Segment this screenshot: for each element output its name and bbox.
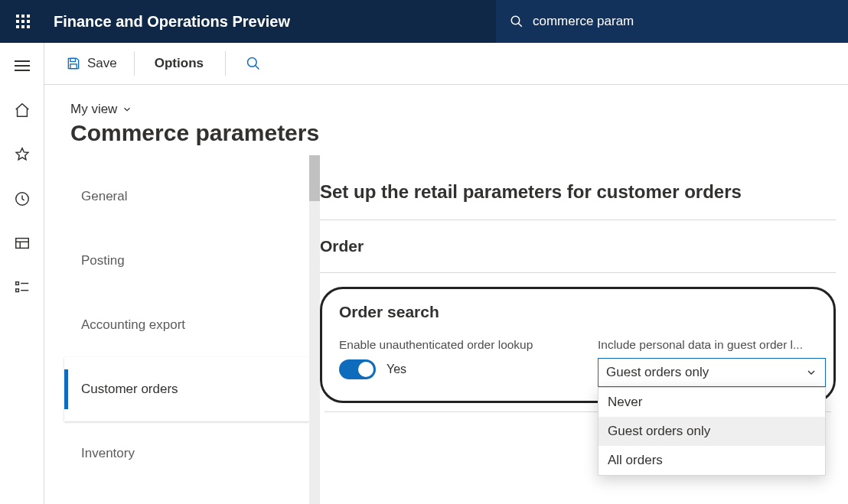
chevron-down-icon	[122, 104, 132, 115]
nav-item-label: Customer orders	[81, 382, 178, 397]
include-personal-data-dropdown: Never Guest orders only All orders	[598, 387, 826, 476]
detail-heading: Set up the retail parameters for custome…	[320, 163, 836, 220]
nav-toggle-button[interactable]	[13, 57, 31, 75]
search-input-value: commerce param	[533, 14, 634, 29]
field-label: Include personal data in guest order l..…	[598, 338, 826, 352]
workspace-icon	[14, 235, 31, 252]
nav-item-label: Posting	[81, 253, 125, 268]
field-include-personal-data: Include personal data in guest order l..…	[598, 338, 826, 387]
nav-item-inventory[interactable]: Inventory	[64, 421, 309, 486]
rail-favorites-button[interactable]	[13, 145, 31, 164]
global-search[interactable]: commerce param	[496, 0, 848, 43]
main-region: Save Options My view Commerce parameters	[44, 43, 848, 504]
nav-item-general[interactable]: General	[64, 164, 309, 229]
save-label: Save	[87, 56, 117, 71]
nav-scrollbar-thumb[interactable]	[309, 155, 320, 201]
view-selector[interactable]: My view	[70, 102, 848, 117]
svg-rect-10	[70, 58, 76, 61]
home-icon	[14, 102, 31, 119]
waffle-icon	[16, 15, 30, 28]
save-icon	[66, 56, 81, 71]
nav-item-label: Inventory	[81, 446, 135, 461]
svg-rect-11	[70, 64, 77, 69]
chevron-down-icon	[805, 366, 817, 379]
option-label: Never	[608, 395, 642, 409]
star-icon	[14, 146, 31, 163]
toggle-enable-unauth-lookup[interactable]	[339, 359, 376, 379]
nav-item-customer-orders[interactable]: Customer orders	[64, 357, 309, 421]
nav-scrollbar-track[interactable]	[309, 155, 320, 504]
svg-line-1	[518, 23, 522, 27]
page-search-button[interactable]	[229, 51, 269, 76]
nav-item-accounting-export[interactable]: Accounting export	[64, 293, 309, 357]
order-search-group: Order search Enable unauthenticated orde…	[320, 287, 836, 403]
option-never[interactable]: Never	[598, 388, 825, 417]
rail-workspaces-button[interactable]	[13, 234, 31, 252]
svg-rect-3	[15, 239, 28, 249]
nav-item-label: Accounting export	[81, 317, 185, 333]
options-label: Options	[155, 56, 204, 71]
search-icon	[246, 56, 261, 71]
rail-recents-button[interactable]	[13, 190, 31, 208]
clock-icon	[14, 190, 31, 207]
page-header: My view Commerce parameters	[44, 85, 848, 155]
options-button[interactable]: Options	[138, 51, 226, 76]
app-launcher-button[interactable]	[0, 0, 46, 43]
include-personal-data-select[interactable]: Guest orders only Never Guest orders onl…	[598, 358, 826, 387]
app-title: Finance and Operations Preview	[54, 13, 290, 31]
svg-point-12	[247, 58, 256, 67]
save-button[interactable]: Save	[58, 51, 135, 76]
field-enable-unauth-lookup: Enable unauthenticated order lookup Yes	[339, 338, 567, 387]
select-value: Guest orders only	[606, 365, 709, 380]
action-bar: Save Options	[44, 43, 848, 85]
order-search-title: Order search	[339, 303, 826, 321]
svg-line-13	[255, 66, 259, 70]
search-icon	[510, 15, 523, 28]
svg-rect-6	[15, 282, 18, 285]
detail-panel: Set up the retail parameters for custome…	[320, 155, 848, 504]
view-label: My view	[70, 102, 117, 117]
left-rail	[0, 43, 44, 504]
svg-point-0	[511, 16, 520, 24]
hamburger-icon	[15, 60, 30, 71]
nav-item-label: General	[81, 189, 127, 204]
nav-item-posting[interactable]: Posting	[64, 229, 309, 293]
page-title: Commerce parameters	[70, 120, 848, 146]
field-label: Enable unauthenticated order lookup	[339, 338, 567, 352]
toggle-value: Yes	[386, 363, 406, 376]
rail-home-button[interactable]	[13, 101, 31, 119]
section-order[interactable]: Order	[320, 220, 836, 273]
option-all-orders[interactable]: All orders	[598, 446, 825, 475]
top-bar: Finance and Operations Preview commerce …	[0, 0, 848, 43]
option-label: Guest orders only	[608, 424, 710, 438]
rail-modules-button[interactable]	[13, 278, 31, 297]
option-guest-orders-only[interactable]: Guest orders only	[598, 417, 825, 446]
option-label: All orders	[608, 453, 663, 467]
modules-icon	[14, 279, 31, 296]
svg-rect-7	[15, 289, 18, 292]
section-nav: General Posting Accounting export Custom…	[51, 155, 320, 504]
